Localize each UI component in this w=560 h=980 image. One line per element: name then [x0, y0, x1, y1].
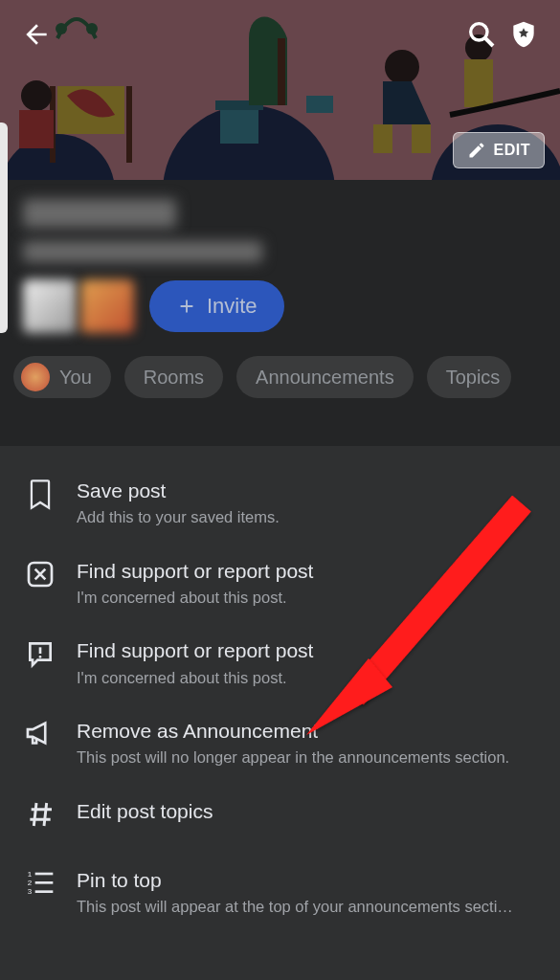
menu-title: Find support or report post: [77, 638, 539, 663]
tab-rooms[interactable]: Rooms: [124, 356, 223, 398]
report-chat-icon: [25, 638, 56, 669]
plus-icon: [176, 296, 197, 317]
group-name-redacted: [23, 199, 176, 228]
megaphone-icon: [24, 719, 56, 747]
search-icon: [466, 19, 497, 50]
avatar: [23, 279, 77, 333]
menu-title: Find support or report post: [77, 559, 539, 584]
group-tabs-bar: You Rooms Announcements Topics: [0, 341, 560, 408]
tab-topics[interactable]: Topics: [427, 356, 512, 398]
menu-title: Remove as Announcement: [77, 719, 539, 744]
arrow-left-icon: [21, 19, 52, 50]
tab-announcements[interactable]: Announcements: [236, 356, 414, 398]
menu-subtitle: I'm concerned about this post.: [77, 668, 539, 688]
shield-star-icon: [508, 19, 539, 50]
invite-label: Invite: [207, 294, 258, 319]
back-button[interactable]: [15, 13, 57, 56]
tab-label: Topics: [446, 367, 501, 389]
shield-button[interactable]: [503, 13, 545, 56]
x-box-icon: [25, 559, 56, 590]
menu-report-post-1[interactable]: Find support or report post I'm concerne…: [0, 544, 560, 624]
menu-title: Pin to top: [77, 868, 539, 893]
edit-cover-button[interactable]: EDIT: [453, 132, 545, 168]
numbered-list-icon: 1 2 3: [25, 868, 56, 895]
invite-button[interactable]: Invite: [149, 280, 284, 332]
menu-subtitle: This post will no longer appear in the a…: [77, 747, 539, 768]
app-screen: EDIT Invite You Rooms: [0, 0, 560, 980]
members-row: Invite: [23, 279, 537, 333]
tab-you[interactable]: You: [13, 356, 111, 398]
tab-label: You: [59, 367, 92, 389]
svg-text:3: 3: [28, 887, 33, 895]
group-cover: EDIT: [0, 0, 560, 180]
menu-save-post[interactable]: Save post Add this to your saved items.: [0, 463, 560, 544]
pencil-icon: [467, 141, 486, 160]
menu-title: Save post: [77, 479, 539, 503]
svg-text:2: 2: [28, 879, 33, 887]
search-button[interactable]: [460, 13, 503, 56]
tab-label: Announcements: [256, 367, 394, 389]
avatar-dot: [21, 363, 50, 391]
menu-edit-topics[interactable]: Edit post topics: [0, 784, 560, 853]
menu-report-post-2[interactable]: Find support or report post I'm concerne…: [0, 623, 560, 703]
member-avatars: [23, 279, 134, 333]
post-options-sheet: Save post Add this to your saved items. …: [0, 446, 560, 980]
edge-handle: [0, 122, 8, 333]
top-bar: [0, 0, 560, 69]
svg-text:1: 1: [28, 869, 33, 878]
menu-title: Edit post topics: [77, 799, 539, 824]
edit-label: EDIT: [494, 142, 530, 159]
svg-line-21: [485, 38, 493, 46]
menu-remove-announcement[interactable]: Remove as Announcement This post will no…: [0, 703, 560, 784]
menu-subtitle: I'm concerned about this post.: [77, 588, 539, 608]
menu-subtitle: Add this to your saved items.: [77, 507, 539, 527]
svg-point-24: [39, 656, 42, 658]
bookmark-icon: [27, 479, 54, 511]
group-meta-redacted: [23, 241, 262, 262]
menu-pin-top[interactable]: 1 2 3 Pin to top This post will appear a…: [0, 853, 560, 933]
hash-icon: [25, 799, 56, 830]
tab-label: Rooms: [144, 367, 204, 389]
group-info-section: Invite: [0, 180, 560, 341]
avatar: [80, 279, 134, 333]
menu-subtitle: This post will appear at the top of your…: [77, 897, 539, 917]
svg-point-20: [471, 24, 487, 40]
